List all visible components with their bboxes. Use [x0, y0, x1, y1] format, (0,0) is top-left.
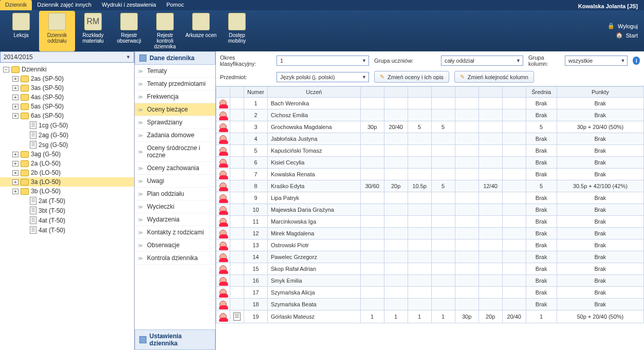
tree-item[interactable]: +5as (SP-50) [0, 102, 134, 111]
ribbon-label: Rejestr kontroli dziennika [148, 32, 182, 49]
nav-item[interactable]: ≫Wycieczki [135, 200, 215, 213]
table-row[interactable]: 12Mirek MagdalenaBrakBrak [216, 228, 644, 240]
nav-item[interactable]: ≫Kontrola dziennika [135, 252, 215, 265]
tree-item[interactable]: +3a (LO-50) [0, 177, 134, 187]
start-link[interactable]: 🏠Start [604, 31, 641, 40]
expand-icon[interactable]: + [12, 113, 19, 119]
year-select[interactable]: 2014/2015 ▼ [0, 51, 134, 63]
grupa-uczniow-select[interactable]: cały oddział▼ [441, 56, 523, 66]
tree-item[interactable]: 2sg (G-50) [0, 140, 134, 150]
ribbon-item[interactable]: Rejestr obserwacji [111, 11, 147, 51]
table-row[interactable]: 8Kraśko Edyta30/6020p10.5p512/40530.5p +… [216, 180, 644, 192]
table-row[interactable]: 6Kisiel CecyliaBrakBrak [216, 157, 644, 169]
nav-item[interactable]: ≫Tematy przedmiotami [135, 78, 215, 90]
expand-icon[interactable]: + [12, 170, 19, 176]
table-row[interactable]: 4Jabłońska JustynaBrakBrak [216, 133, 644, 145]
table-row[interactable]: 2Cichosz EmiliaBrakBrak [216, 109, 644, 121]
tree-item[interactable]: 2ag (G-50) [0, 130, 134, 140]
grade-cell [360, 216, 384, 228]
chevron-icon: ≫ [138, 204, 143, 210]
nav-item[interactable]: ≫Sprawdziany [135, 116, 215, 129]
info-icon[interactable]: i [633, 57, 640, 65]
table-row[interactable]: 11Marcinkowska IgaBrakBrak [216, 216, 644, 228]
tree-item[interactable]: +2a (LO-50) [0, 159, 134, 168]
numer-cell: 14 [244, 251, 268, 263]
grade-cell [479, 275, 502, 287]
expand-icon[interactable]: + [12, 179, 19, 185]
tree-root[interactable]: − Dzienniki [0, 65, 134, 74]
table-row[interactable]: 9Lipa PatrykBrakBrak [216, 192, 644, 204]
table-row[interactable]: 18Szymańska BeataBrakBrak [216, 299, 644, 310]
table-row[interactable]: 19Górlaski Mateusz111130p20p20/40150p + … [216, 310, 644, 323]
tree-item[interactable]: +3as (SP-50) [0, 83, 134, 93]
nav-item[interactable]: ≫Zadania domowe [135, 129, 215, 142]
okres-select[interactable]: 1▼ [277, 56, 369, 66]
table-row[interactable]: 5Kapuściński TomaszBrakBrak [216, 145, 644, 157]
ustawienia-dziennika-header[interactable]: Ustawienia dziennika [135, 329, 215, 350]
ribbon-item[interactable]: Rejestr kontroli dziennika [147, 11, 183, 51]
zmien-oceny-button[interactable]: ✎Zmień oceny i ich opis [374, 71, 449, 83]
srednia-cell: Brak [526, 204, 557, 216]
table-row[interactable]: 13Ostrowski PiotrBrakBrak [216, 240, 644, 251]
expand-icon[interactable]: + [12, 85, 19, 91]
punkty-cell: Brak [557, 133, 643, 145]
nav-item[interactable]: ≫Plan oddziału [135, 188, 215, 200]
tree-item[interactable]: +6as (SP-50) [0, 111, 134, 120]
ribbon-item[interactable]: Dziennik oddziału [39, 11, 75, 51]
ribbon-item[interactable]: Lekcja [3, 11, 39, 51]
expand-icon[interactable]: + [12, 152, 19, 157]
table-row[interactable]: 17Szymańska AlicjaBrakBrak [216, 287, 644, 299]
table-row[interactable]: 7Kowalska RenataBrakBrak [216, 169, 644, 180]
nav-item[interactable]: ≫Uwagi [135, 175, 215, 188]
tree-item[interactable]: +4as (SP-50) [0, 93, 134, 102]
top-tab[interactable]: Dziennik [0, 0, 32, 10]
tree-item[interactable]: +3b (LO-50) [0, 187, 134, 196]
expand-icon[interactable]: + [12, 189, 19, 194]
zmien-kolumny-button[interactable]: ✎Zmień kolejność kolumn [454, 71, 534, 83]
nav-item[interactable]: ≫Oceny śródroczne i roczne [135, 142, 215, 162]
nav-item[interactable]: ≫Tematy [135, 65, 215, 78]
nav-item[interactable]: ≫Kontakty z rodzicami [135, 226, 215, 239]
dane-dziennika-header[interactable]: Dane dziennika [135, 51, 215, 65]
nav-item[interactable]: ≫Obserwacje [135, 239, 215, 252]
top-tab[interactable]: Pomoc [161, 0, 189, 10]
nav-item[interactable]: ≫Oceny bieżące [135, 103, 215, 116]
table-row[interactable]: 1Bach WeronikaBrakBrak [216, 98, 644, 109]
table-row[interactable]: 15Skop Rafał AdrianBrakBrak [216, 263, 644, 275]
table-row[interactable]: 3Grochowska Magdalena30p20/4055530p + 20… [216, 121, 644, 133]
avatar-icon [219, 230, 227, 237]
tree-item[interactable]: 1cg (G-50) [0, 120, 134, 130]
collapse-icon[interactable]: − [3, 67, 9, 72]
tree-item[interactable]: +2b (LO-50) [0, 168, 134, 177]
expand-icon[interactable]: + [12, 104, 19, 109]
top-tab[interactable]: Wydruki i zestawienia [97, 0, 161, 10]
grade-cell [479, 192, 502, 204]
table-row[interactable]: 16Smyk EmiliaBrakBrak [216, 275, 644, 287]
nav-item[interactable]: ≫Frekwencja [135, 90, 215, 103]
ribbon-item[interactable]: Arkusze ocen [183, 11, 219, 51]
tree-item[interactable]: +2as (SP-50) [0, 74, 134, 83]
tree-item[interactable]: 2at (T-50) [0, 196, 134, 206]
table-row[interactable]: 10Majewska Daria GrażynaBrakBrak [216, 204, 644, 216]
table-row[interactable]: 14Pawelec GrzegorzBrakBrak [216, 251, 644, 263]
tree-item[interactable]: +3ag (G-50) [0, 150, 134, 159]
tree-item[interactable]: 4at (T-50) [0, 225, 134, 235]
tree-item[interactable]: 4at (T-50) [0, 215, 134, 225]
nav-item[interactable]: ≫Oceny zachowania [135, 162, 215, 175]
ribbon-item[interactable]: Dostęp mobilny [219, 11, 255, 51]
nav-item[interactable]: ≫Wydarzenia [135, 213, 215, 226]
tree-item[interactable]: 3bt (T-50) [0, 206, 134, 215]
tree-root-label: Dzienniki [22, 66, 47, 73]
ribbon-item[interactable]: RMRozkłady materiału [75, 11, 111, 51]
numer-cell: 5 [244, 145, 268, 157]
page-icon [30, 197, 36, 205]
tree-item-label: 4at (T-50) [39, 227, 65, 234]
logout-link[interactable]: 🔒Wyloguj [604, 22, 641, 31]
expand-icon[interactable]: + [12, 76, 19, 82]
top-tab[interactable]: Dziennik zajęć innych [32, 0, 97, 10]
expand-icon[interactable]: + [12, 95, 19, 100]
expand-icon[interactable]: + [12, 161, 19, 167]
grupa-kolumn-select[interactable]: wszystkie▼ [565, 56, 628, 66]
przedmiot-select[interactable]: Język polski (j. polski)▼ [277, 72, 369, 82]
avatar-cell [216, 180, 230, 192]
